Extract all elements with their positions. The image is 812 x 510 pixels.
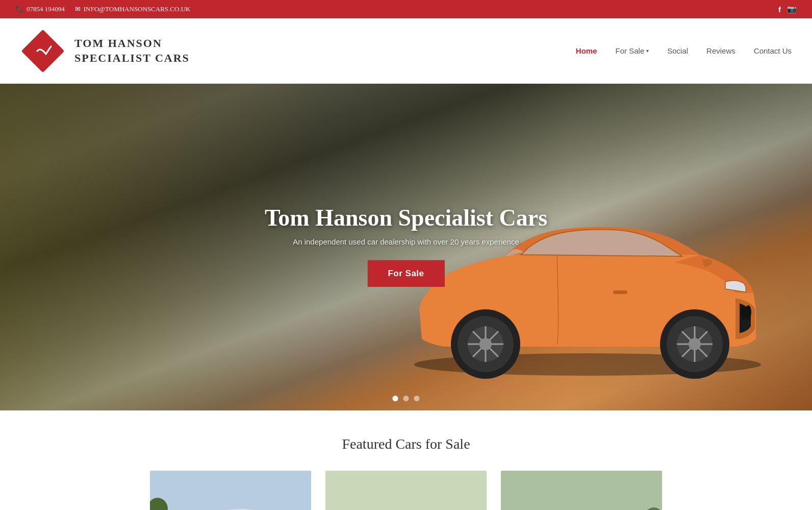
hero-dots [393,396,420,401]
topbar-left: 📞 07854 194094 ✉ INFO@TOMHANSONSCARS.CO.… [15,5,190,13]
hero-dot-1[interactable] [393,396,398,401]
car-image-red [325,471,487,510]
nav-social[interactable]: Social [667,46,688,55]
featured-section: Featured Cars for Sale [0,410,812,510]
hero-title: Tom Hanson Specialist Cars [265,204,547,231]
logo-diamond [20,29,65,74]
topbar-email: ✉ INFO@TOMHANSONSCARS.CO.UK [75,5,191,13]
svg-rect-48 [501,471,662,510]
email-icon: ✉ [75,5,81,13]
nav-forsale[interactable]: For Sale ▾ [616,46,649,55]
hero-cta-button[interactable]: For Sale [367,260,444,287]
topbar-social: f 📷 [778,5,797,14]
facebook-icon[interactable]: f [778,5,781,14]
phone-number: 07854 194094 [27,5,65,13]
svg-point-3 [745,305,751,320]
forsale-chevron-icon: ▾ [646,48,649,54]
phone-icon: 📞 [15,5,23,13]
hero-subtitle: An independent used car dealership with … [265,237,547,246]
nav: Home For Sale ▾ Social Reviews Contact U… [576,46,792,55]
svg-rect-21 [150,471,311,510]
header: TOM HANSON SPECIALIST CARS Home For Sale… [0,18,812,84]
featured-title: Featured Cars for Sale [31,436,781,452]
topbar: 📞 07854 194094 ✉ INFO@TOMHANSONSCARS.CO.… [0,0,812,18]
nav-reviews[interactable]: Reviews [706,46,735,55]
logo-title: TOM HANSON SPECIALIST CARS [74,36,190,65]
hero-content: Tom Hanson Specialist Cars An independen… [265,204,547,287]
car-image-white [150,471,311,510]
logo-text: TOM HANSON SPECIALIST CARS [74,36,190,65]
car-image-dark [501,471,662,510]
hero-section: Tom Hanson Specialist Cars An independen… [0,84,812,410]
svg-rect-20 [613,290,627,294]
nav-home[interactable]: Home [576,46,597,55]
logo[interactable]: TOM HANSON SPECIALIST CARS [20,29,190,74]
svg-rect-36 [325,471,487,510]
hero-dot-2[interactable] [403,396,409,401]
car-card-2[interactable] [325,471,487,510]
svg-point-19 [479,338,492,350]
hero-dot-3[interactable] [414,396,420,401]
car-card-img-1 [150,471,311,510]
instagram-icon[interactable]: 📷 [787,5,797,14]
car-card-1[interactable] [150,471,311,510]
car-card-3[interactable] [501,471,662,510]
svg-point-11 [689,338,701,350]
car-card-img-3 [501,471,662,510]
topbar-phone: 📞 07854 194094 [15,5,65,13]
nav-contact[interactable]: Contact Us [754,46,792,55]
email-address: INFO@TOMHANSONSCARS.CO.UK [84,5,191,13]
car-card-img-2 [325,471,487,510]
featured-grid [31,471,781,510]
